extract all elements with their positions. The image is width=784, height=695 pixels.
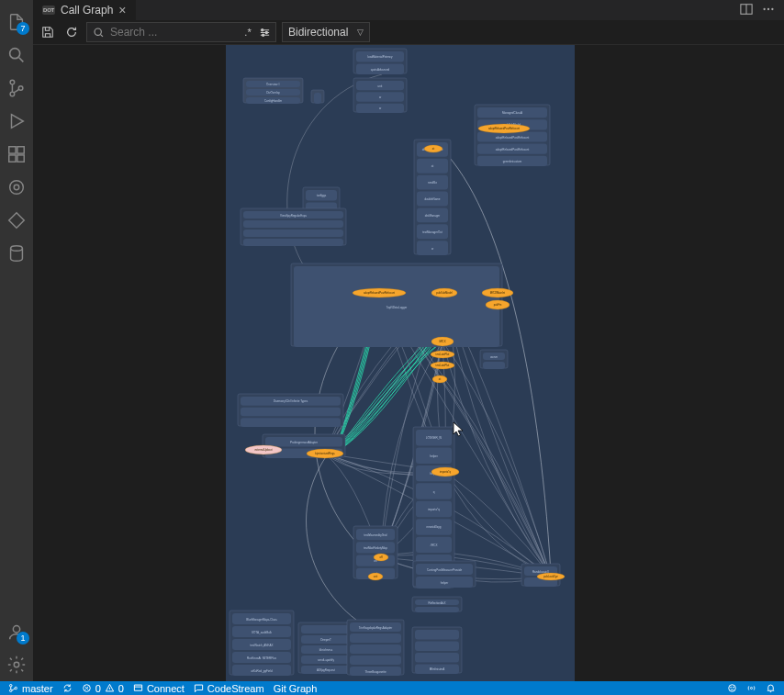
graph-svg[interactable]: loadMaterialPotencyspotsAdvancedunitwwOv… bbox=[226, 45, 575, 681]
database-icon[interactable] bbox=[0, 237, 33, 270]
svg-text:sendt-spottify: sendt-spottify bbox=[318, 658, 334, 662]
accounts-badge: 1 bbox=[17, 632, 29, 645]
svg-point-0 bbox=[10, 49, 20, 59]
branch-name: master bbox=[22, 683, 53, 694]
svg-text:MfCX: MfCX bbox=[440, 340, 446, 343]
editor-actions bbox=[740, 3, 784, 18]
svg-rect-78 bbox=[243, 239, 343, 246]
svg-rect-161 bbox=[350, 645, 401, 654]
svg-text:pubLookXyz: pubLookXyz bbox=[543, 575, 558, 578]
refresh-icon[interactable] bbox=[62, 23, 81, 41]
svg-text:MfCDMainInt: MfCDMainInt bbox=[490, 291, 506, 295]
explorer-badge: 7 bbox=[17, 22, 29, 35]
branch-status[interactable]: master bbox=[4, 681, 58, 695]
svg-point-210 bbox=[750, 687, 752, 689]
explorer-icon[interactable]: 7 bbox=[0, 6, 33, 39]
run-debug-icon[interactable] bbox=[0, 105, 33, 138]
svg-rect-162 bbox=[350, 656, 401, 665]
svg-text:ReflectionAsX: ReflectionAsX bbox=[429, 601, 446, 605]
svg-text:testLatePlot: testLatePlot bbox=[436, 353, 450, 356]
svg-rect-85 bbox=[483, 362, 505, 369]
feedback-icon[interactable] bbox=[722, 681, 742, 695]
connect-label: Connect bbox=[147, 683, 185, 694]
options-icon[interactable] bbox=[257, 25, 272, 39]
bell-icon[interactable] bbox=[761, 681, 780, 695]
codestream-status[interactable]: CodeStream bbox=[189, 681, 269, 695]
svg-text:TrieSwgolqaloRegsAdapter: TrieSwgolqaloRegsAdapter bbox=[359, 626, 392, 630]
svg-text:importa*q: importa*q bbox=[440, 470, 451, 474]
svg-text:kbrichness: kbrichness bbox=[319, 648, 333, 652]
codestream-label: CodeStream bbox=[207, 683, 264, 694]
svg-text:MfinfinisterA: MfinfinisterA bbox=[430, 667, 445, 671]
accounts-icon[interactable]: 1 bbox=[0, 615, 33, 648]
svg-rect-156 bbox=[415, 607, 459, 612]
problems-status[interactable]: 0 0 bbox=[77, 681, 129, 695]
svg-rect-4 bbox=[9, 147, 16, 153]
direction-select[interactable]: Bidirectional ▽ bbox=[282, 22, 370, 42]
svg-text:ViewSpyRegularExps: ViewSpyRegularExps bbox=[280, 214, 307, 218]
call-graph[interactable]: loadMaterialPotencyspotsAdvancedunitwwOv… bbox=[226, 45, 575, 681]
svg-text:DivOverlay: DivOverlay bbox=[266, 91, 280, 95]
direction-value: Bidirectional bbox=[288, 26, 348, 39]
tab-label: Call Graph bbox=[61, 4, 113, 17]
svg-point-11 bbox=[13, 626, 19, 633]
sync-status[interactable] bbox=[58, 681, 77, 695]
status-bar: master 0 0 Connect CodeStream Git Graph bbox=[0, 681, 784, 695]
svg-text:ProbingermaxtAdapter: ProbingermaxtAdapter bbox=[290, 441, 318, 444]
svg-point-20 bbox=[262, 34, 263, 36]
svg-text:adoptRelaxedPostRefcount: adoptRelaxedPostRefcount bbox=[496, 148, 530, 151]
svg-rect-168 bbox=[415, 653, 459, 663]
svg-text:unit: unit bbox=[378, 84, 383, 88]
svg-text:RunKnoxAt_MITERFlux: RunKnoxAt_MITERFlux bbox=[247, 656, 276, 660]
svg-text:importa*q: importa*q bbox=[428, 508, 440, 511]
svg-point-14 bbox=[763, 7, 765, 9]
more-actions-icon[interactable] bbox=[762, 3, 775, 18]
svg-text:atKuRod_gqField: atKuRod_gqField bbox=[251, 669, 273, 673]
codestream-icon[interactable] bbox=[0, 171, 33, 204]
svg-text:adoptRelaxedPostRefcount: adoptRelaxedPostRefcount bbox=[364, 291, 395, 295]
close-icon[interactable]: × bbox=[118, 4, 126, 17]
svg-point-19 bbox=[265, 31, 267, 33]
tab-lang-icon: DOT bbox=[42, 6, 55, 15]
svg-point-203 bbox=[10, 685, 12, 687]
toolbar: .* Bidirectional ▽ bbox=[33, 20, 784, 45]
save-icon[interactable] bbox=[39, 23, 57, 41]
connect-status[interactable]: Connect bbox=[129, 681, 189, 695]
svg-text:ConfigHandler: ConfigHandler bbox=[264, 99, 282, 103]
search-icon bbox=[93, 27, 105, 39]
svg-text:TopNDataLogger: TopNDataLogger bbox=[386, 306, 408, 309]
graph-canvas[interactable]: loadMaterialPotencyspotsAdvancedunitwwOv… bbox=[33, 45, 784, 681]
svg-rect-166 bbox=[415, 630, 459, 640]
svg-text:#RCX: #RCX bbox=[430, 544, 437, 547]
extensions-icon[interactable] bbox=[0, 138, 33, 171]
source-control-icon[interactable] bbox=[0, 72, 33, 105]
svg-text:at: at bbox=[439, 377, 442, 381]
svg-text:AllXpgRequest: AllXpgRequest bbox=[317, 668, 335, 672]
svg-text:tselfggs: tselfggs bbox=[317, 194, 327, 197]
split-editor-icon[interactable] bbox=[740, 3, 753, 18]
gitgraph-status[interactable]: Git Graph bbox=[269, 681, 322, 695]
svg-point-18 bbox=[261, 28, 263, 30]
activity-bar: 7 1 bbox=[0, 0, 33, 681]
svg-rect-76 bbox=[243, 220, 343, 228]
svg-text:RandclassicX: RandclassicX bbox=[532, 570, 549, 574]
svg-rect-41 bbox=[314, 93, 321, 104]
svg-point-204 bbox=[10, 689, 12, 691]
svg-point-208 bbox=[731, 687, 732, 688]
svg-text:testManagerOut: testManagerOut bbox=[422, 230, 442, 234]
search-input[interactable]: .* bbox=[86, 22, 276, 42]
svg-rect-90 bbox=[241, 418, 341, 427]
svg-text:testMaxRedotyMap: testMaxRedotyMap bbox=[364, 546, 387, 550]
broadcast-icon[interactable] bbox=[742, 681, 761, 695]
tab-bar: DOT Call Graph × bbox=[33, 0, 784, 20]
settings-gear-icon[interactable] bbox=[0, 648, 33, 681]
svg-rect-7 bbox=[17, 155, 24, 162]
tab-call-graph[interactable]: DOT Call Graph × bbox=[33, 0, 136, 20]
svg-text:ThreeBougonette: ThreeBougonette bbox=[364, 670, 386, 674]
svg-text:spotsAdvanced: spotsAdvanced bbox=[371, 68, 390, 72]
search-icon[interactable] bbox=[0, 39, 33, 72]
diamond-icon[interactable] bbox=[0, 204, 33, 237]
svg-point-9 bbox=[14, 185, 19, 190]
svg-text:SOTA_auditBulk: SOTA_auditBulk bbox=[252, 631, 272, 634]
regex-toggle[interactable]: .* bbox=[241, 25, 255, 39]
